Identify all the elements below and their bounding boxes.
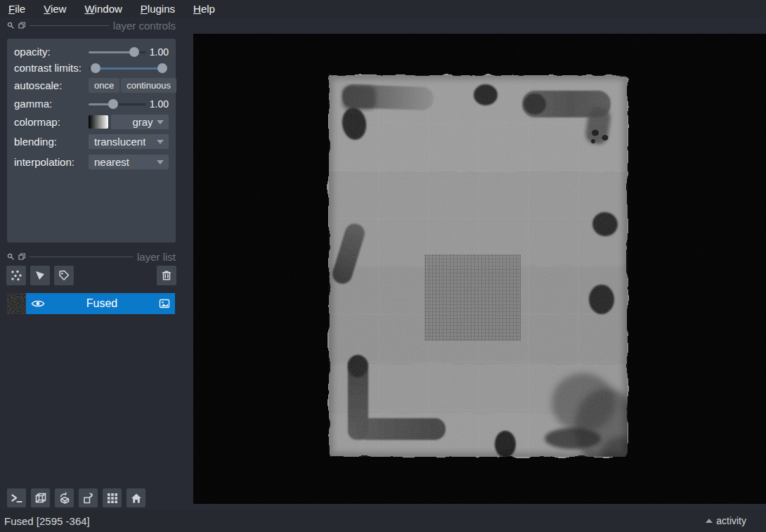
colormap-label: colormap: — [14, 116, 89, 128]
layer-selected-area[interactable]: Fused — [26, 293, 175, 314]
titlebar-rule — [30, 25, 109, 26]
transpose-dimensions-button[interactable] — [79, 488, 98, 507]
status-coordinates: Fused [2595 -364] — [4, 515, 90, 527]
console-button[interactable] — [7, 488, 26, 507]
labels-icon — [58, 269, 70, 282]
delete-layer-button[interactable] — [157, 266, 176, 285]
gamma-label: gamma: — [14, 98, 89, 110]
layer-list-titlebar: layer list — [7, 250, 176, 263]
blending-row: blending: translucent — [14, 131, 169, 152]
gamma-row: gamma: 1.00 — [14, 95, 169, 112]
opacity-label: opacity: — [14, 46, 89, 58]
interpolation-value: nearest — [94, 156, 129, 168]
float-panel-icon[interactable] — [7, 22, 14, 29]
layer-row-fused[interactable]: Fused — [7, 293, 175, 314]
blending-label: blending: — [14, 136, 89, 148]
autoscale-row: autoscale: once continuous — [14, 76, 169, 95]
blending-select[interactable]: translucent — [89, 134, 169, 149]
opacity-slider[interactable] — [89, 47, 146, 57]
opacity-value: 1.00 — [150, 46, 169, 58]
float-panel-icon[interactable] — [7, 253, 14, 260]
console-icon — [11, 492, 23, 505]
activity-label: activity — [716, 515, 746, 526]
eye-icon — [31, 299, 45, 309]
layer-controls-titlebar: layer controls — [7, 19, 176, 32]
layer-controls-panel: opacity: 1.00 contrast limits: — [7, 39, 176, 242]
toolbar-spacer — [78, 266, 152, 286]
interpolation-select[interactable]: nearest — [89, 155, 169, 169]
viewer-toolbar — [7, 488, 145, 507]
home-icon — [130, 492, 143, 505]
layer-controls-title: layer controls — [113, 20, 176, 32]
colormap-row: colormap: gray — [14, 112, 169, 131]
status-bar: Fused [2595 -364] activity — [0, 510, 766, 532]
colormap-select[interactable]: gray — [111, 115, 169, 129]
new-points-layer-button[interactable] — [6, 266, 26, 285]
contrast-range-fill — [96, 67, 162, 70]
chevron-up-icon — [706, 519, 713, 523]
menu-help[interactable]: Help — [193, 3, 215, 15]
menu-plugins[interactable]: Plugins — [141, 3, 175, 15]
colormap-gradient-swatch — [89, 115, 108, 129]
hide-panel-icon[interactable] — [18, 253, 25, 260]
contrast-low-handle[interactable] — [91, 63, 100, 73]
layer-list-title: layer list — [137, 251, 176, 263]
trash-icon — [160, 269, 173, 282]
viewer-canvas[interactable] — [193, 34, 766, 504]
opacity-handle[interactable] — [129, 47, 139, 57]
chevron-down-icon — [157, 120, 164, 124]
titlebar-rule — [30, 257, 133, 257]
new-labels-layer-button[interactable] — [54, 266, 74, 285]
gamma-slider[interactable] — [89, 99, 146, 109]
contrast-limits-slider[interactable] — [89, 63, 167, 73]
autoscale-label: autoscale: — [14, 79, 89, 91]
cube-icon — [34, 492, 47, 505]
new-shapes-layer-button[interactable] — [30, 266, 50, 285]
autoscale-continuous-button[interactable]: continuous — [121, 78, 176, 93]
shapes-icon — [34, 269, 46, 282]
points-icon — [10, 269, 22, 282]
blending-value: translucent — [94, 136, 145, 148]
menu-window[interactable]: Window — [84, 3, 122, 15]
layer-list-toolbar — [6, 266, 176, 286]
hide-panel-icon[interactable] — [18, 22, 25, 29]
opacity-row: opacity: 1.00 — [14, 44, 169, 60]
layer-visibility-toggle[interactable] — [31, 299, 45, 309]
gamma-value: 1.00 — [150, 98, 169, 110]
contrast-limits-label: contrast limits: — [14, 62, 89, 74]
ndisplay-toggle-button[interactable] — [31, 488, 50, 507]
menu-file[interactable]: File — [8, 3, 25, 15]
menu-view[interactable]: View — [44, 3, 66, 15]
home-reset-view-button[interactable] — [126, 488, 145, 507]
menu-bar: File View Window Plugins Help — [0, 0, 766, 18]
roll-cube-icon — [58, 492, 71, 505]
colormap-value: gray — [132, 116, 152, 128]
activity-toggle[interactable]: activity — [706, 515, 746, 526]
grid-icon — [106, 492, 119, 505]
contrast-limits-row: contrast limits: — [14, 60, 169, 76]
chevron-down-icon — [157, 140, 164, 144]
contrast-high-handle[interactable] — [157, 63, 167, 73]
autoscale-once-button[interactable]: once — [89, 78, 119, 93]
transpose-icon — [82, 492, 95, 505]
opacity-fill — [89, 51, 134, 53]
interpolation-row: interpolation: nearest — [14, 152, 169, 172]
napari-window: File View Window Plugins Help layer cont… — [0, 0, 766, 532]
roll-dimensions-button[interactable] — [55, 488, 74, 507]
chevron-down-icon — [157, 160, 164, 164]
layer-thumbnail — [7, 293, 26, 314]
gamma-handle[interactable] — [108, 99, 118, 109]
grid-view-button[interactable] — [103, 488, 122, 507]
layer-name[interactable]: Fused — [45, 297, 159, 310]
image-layer-icon — [159, 298, 170, 309]
interpolation-label: interpolation: — [14, 156, 89, 168]
